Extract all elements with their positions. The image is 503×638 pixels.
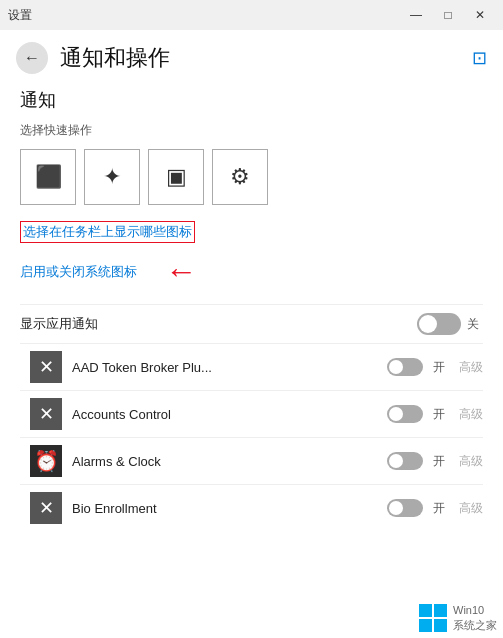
quick-action-settings[interactable]: ⚙: [212, 149, 268, 205]
app-row-bio: ✕ Bio Enrollment 开 高级: [20, 484, 483, 531]
alarms-app-icon: ⏰: [30, 445, 62, 477]
close-button[interactable]: ✕: [465, 5, 495, 25]
bio-toggle-label: 开: [433, 500, 449, 517]
quick-actions-grid: ⬛ ✦ ▣ ⚙: [20, 149, 483, 205]
accounts-app-icon: ✕: [30, 398, 62, 430]
pin-icon[interactable]: ⊡: [472, 47, 487, 69]
accounts-toggle-label: 开: [433, 406, 449, 423]
aad-toggle-label: 开: [433, 359, 449, 376]
accounts-toggle[interactable]: [387, 405, 423, 423]
aad-app-name: AAD Token Broker Plu...: [72, 360, 377, 375]
aad-toggle-knob: [389, 360, 403, 374]
titlebar: 设置 — □ ✕: [0, 0, 503, 30]
notifications-section: 通知 选择快速操作 ⬛ ✦ ▣ ⚙ 选择在任务栏上显示哪些图标: [0, 88, 503, 531]
bio-toggle-knob: [389, 501, 403, 515]
win10-logo-q3: [419, 619, 432, 632]
aad-advanced-label[interactable]: 高级: [459, 359, 483, 376]
content-area: ← 通知和操作 ⊡ 通知 选择快速操作 ⬛ ✦ ▣ ⚙: [0, 30, 503, 638]
quick-action-brightness[interactable]: ✦: [84, 149, 140, 205]
app-notifications-label: 显示应用通知: [20, 315, 98, 333]
display-icon: ▣: [166, 164, 187, 190]
arrow-indicator-row: 启用或关闭系统图标 ←: [20, 253, 483, 290]
header-bar: ← 通知和操作 ⊡: [0, 30, 503, 82]
watermark-line2: 系统之家: [453, 618, 497, 632]
quick-actions-label: 选择快速操作: [20, 122, 483, 139]
accounts-app-name: Accounts Control: [72, 407, 377, 422]
bio-toggle[interactable]: [387, 499, 423, 517]
aad-toggle[interactable]: [387, 358, 423, 376]
app-notifications-state: 关: [467, 316, 483, 333]
minimize-button[interactable]: —: [401, 5, 431, 25]
settings-container: ← 通知和操作 ⊡ 通知 选择快速操作 ⬛ ✦ ▣ ⚙: [0, 30, 503, 638]
win10-logo-grid: [419, 604, 447, 632]
taskbar-icons-link[interactable]: 选择在任务栏上显示哪些图标: [20, 221, 195, 243]
app-row-aad: ✕ AAD Token Broker Plu... 开 高级: [20, 343, 483, 390]
accounts-advanced-label[interactable]: 高级: [459, 406, 483, 423]
app-row-accounts: ✕ Accounts Control 开 高级: [20, 390, 483, 437]
accounts-toggle-knob: [389, 407, 403, 421]
titlebar-controls: — □ ✕: [401, 5, 495, 25]
win10-logo-q1: [419, 604, 432, 617]
alarms-toggle-knob: [389, 454, 403, 468]
win10-logo: [419, 604, 447, 632]
alarms-advanced-label[interactable]: 高级: [459, 453, 483, 470]
app-row-alarms: ⏰ Alarms & Clock 开 高级: [20, 437, 483, 484]
gear-icon: ⚙: [230, 164, 250, 190]
bio-app-name: Bio Enrollment: [72, 501, 377, 516]
alarms-toggle[interactable]: [387, 452, 423, 470]
section-title: 通知: [20, 88, 483, 112]
watermark-text: Win10 系统之家: [453, 603, 497, 632]
page-title: 通知和操作: [60, 43, 170, 73]
alarms-toggle-label: 开: [433, 453, 449, 470]
win10-logo-q4: [434, 619, 447, 632]
watermark-line1: Win10: [453, 603, 497, 617]
quick-action-display[interactable]: ▣: [148, 149, 204, 205]
quick-action-monitor[interactable]: ⬛: [20, 149, 76, 205]
app-notifications-toggle-right: 关: [417, 313, 483, 335]
monitor-icon: ⬛: [35, 164, 62, 190]
titlebar-title: 设置: [8, 7, 32, 24]
watermark: Win10 系统之家: [419, 603, 497, 632]
brightness-icon: ✦: [103, 164, 121, 190]
bio-app-icon: ✕: [30, 492, 62, 524]
back-icon: ←: [24, 49, 40, 67]
back-button[interactable]: ←: [16, 42, 48, 74]
alarms-app-name: Alarms & Clock: [72, 454, 377, 469]
app-notifications-toggle[interactable]: [417, 313, 461, 335]
aad-app-icon: ✕: [30, 351, 62, 383]
win10-logo-q2: [434, 604, 447, 617]
bio-advanced-label[interactable]: 高级: [459, 500, 483, 517]
red-arrow-icon: ←: [165, 253, 197, 290]
toggle-knob: [419, 315, 437, 333]
app-notifications-toggle-row: 显示应用通知 关: [20, 304, 483, 343]
system-icons-link[interactable]: 启用或关闭系统图标: [20, 263, 137, 281]
maximize-button[interactable]: □: [433, 5, 463, 25]
